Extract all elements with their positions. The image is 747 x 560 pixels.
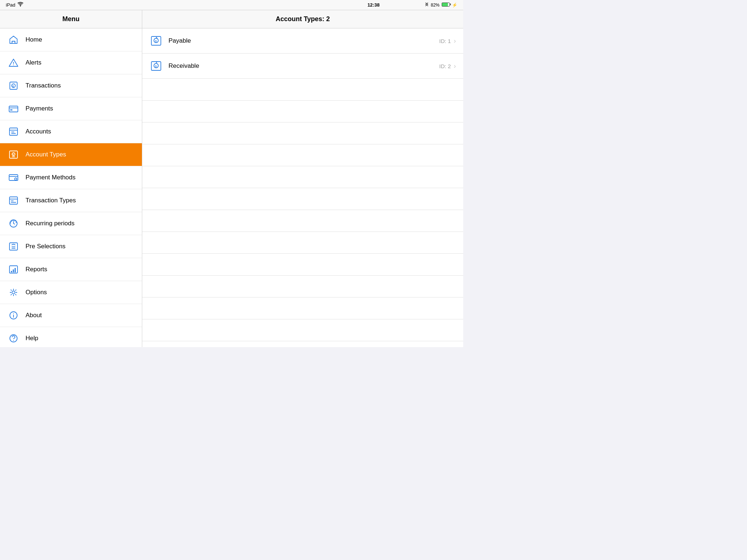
sidebar-item-about[interactable]: About [0, 304, 142, 327]
receivable-chevron: › [454, 62, 456, 70]
about-icon [7, 309, 20, 322]
svg-point-0 [20, 5, 21, 6]
svg-rect-30 [11, 271, 12, 272]
sidebar: Home Alerts [0, 28, 142, 347]
reports-label: Reports [26, 266, 47, 273]
accounts-label: Accounts [26, 128, 51, 135]
home-icon [7, 34, 20, 46]
account-types-icon: $ [7, 148, 20, 161]
sidebar-item-options[interactable]: Options [0, 281, 142, 304]
svg-point-3 [13, 65, 14, 65]
payable-chevron: › [454, 37, 456, 45]
empty-row-9 [142, 254, 463, 276]
transaction-types-label: Transaction Types [26, 197, 76, 204]
svg-rect-7 [9, 106, 18, 112]
content-header: Account Types: 2 [142, 10, 463, 28]
receivable-id: ID: 2 [439, 63, 451, 69]
ipad-label: iPad [6, 2, 15, 8]
empty-row-6 [142, 188, 463, 210]
recurring-label: Recurring periods [26, 220, 74, 227]
empty-row-3 [142, 122, 463, 144]
receivable-icon: $ [150, 59, 163, 73]
sidebar-item-payment-methods[interactable]: Payment Methods [0, 166, 142, 189]
bluetooth-icon [425, 2, 429, 8]
about-label: About [26, 312, 42, 319]
svg-point-36 [13, 313, 14, 314]
transactions-icon: $ [7, 79, 20, 92]
svg-text:$: $ [12, 85, 14, 88]
help-icon [7, 332, 20, 345]
accounts-icon [7, 125, 20, 138]
sidebar-item-recurring[interactable]: Recurring periods [0, 212, 142, 235]
payments-icon [7, 102, 20, 115]
empty-row-8 [142, 232, 463, 254]
svg-text:$: $ [155, 65, 157, 68]
empty-row-12 [142, 319, 463, 341]
battery-icon [442, 3, 450, 8]
empty-row-2 [142, 101, 463, 122]
empty-row-11 [142, 298, 463, 319]
list-item-receivable[interactable]: $ Receivable ID: 2 › [142, 54, 463, 79]
status-right: 82% ⚡ [425, 2, 457, 8]
home-label: Home [26, 36, 42, 43]
empty-row-1 [142, 79, 463, 101]
content-row: Home Alerts [0, 28, 463, 347]
svg-point-38 [13, 340, 14, 341]
wifi-icon [18, 2, 23, 8]
svg-rect-1 [12, 41, 15, 43]
options-label: Options [26, 289, 47, 296]
list-item-payable[interactable]: $ Payable ID: 1 › [142, 28, 463, 54]
transactions-label: Transactions [26, 82, 61, 89]
sidebar-item-transaction-types[interactable]: Transaction Types [0, 189, 142, 212]
account-types-label: Account Types [26, 151, 66, 158]
empty-row-5 [142, 166, 463, 188]
svg-rect-10 [9, 128, 18, 135]
status-bar: iPad 12:38 82% ⚡ [0, 0, 463, 10]
status-time: 12:38 [367, 2, 379, 8]
payment-methods-label: Payment Methods [26, 174, 76, 181]
payable-id: ID: 1 [439, 38, 451, 44]
payable-label: Payable [169, 37, 439, 44]
svg-rect-21 [9, 197, 18, 204]
svg-point-20 [15, 178, 17, 180]
empty-row-10 [142, 276, 463, 298]
battery-percent: 82% [431, 3, 440, 8]
help-label: Help [26, 335, 38, 342]
svg-text:$: $ [155, 40, 157, 43]
svg-rect-9 [10, 109, 12, 110]
transaction-types-icon [7, 194, 20, 207]
alerts-icon [7, 57, 20, 69]
recurring-icon [7, 217, 20, 230]
sidebar-item-account-types[interactable]: $ Account Types [0, 143, 142, 166]
receivable-label: Receivable [169, 62, 439, 70]
empty-row-4 [142, 144, 463, 166]
header-row: Menu Account Types: 2 [0, 10, 463, 28]
main-content: $ Payable ID: 1 › $ Re [142, 28, 463, 347]
sidebar-item-reports[interactable]: Reports [0, 258, 142, 281]
menu-header: Menu [0, 10, 142, 28]
alerts-label: Alerts [26, 59, 41, 66]
pre-selections-icon [7, 240, 20, 253]
sidebar-item-help[interactable]: Help [0, 327, 142, 347]
payable-icon: $ [150, 34, 163, 47]
payments-label: Payments [26, 105, 53, 112]
payment-methods-icon [7, 171, 20, 184]
charging-icon: ⚡ [452, 3, 457, 8]
empty-row-7 [142, 210, 463, 232]
sidebar-item-home[interactable]: Home [0, 28, 142, 51]
sidebar-item-accounts[interactable]: Accounts [0, 120, 142, 143]
options-icon [7, 286, 20, 299]
status-left: iPad [6, 2, 23, 8]
sidebar-item-transactions[interactable]: $ Transactions [0, 74, 142, 97]
pre-selections-label: Pre Selections [26, 243, 66, 250]
reports-icon [7, 263, 20, 276]
svg-rect-31 [13, 269, 14, 272]
svg-rect-32 [15, 268, 16, 272]
layout-body: Menu Account Types: 2 Home [0, 10, 463, 347]
svg-rect-26 [9, 243, 18, 250]
sidebar-item-pre-selections[interactable]: Pre Selections [0, 235, 142, 258]
sidebar-item-alerts[interactable]: Alerts [0, 51, 142, 74]
sidebar-item-payments[interactable]: Payments [0, 97, 142, 120]
svg-point-33 [12, 291, 15, 294]
